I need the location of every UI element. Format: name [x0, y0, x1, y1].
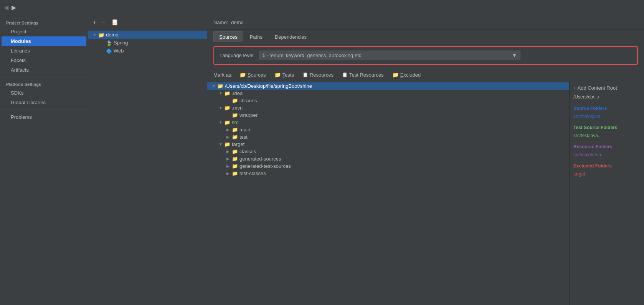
sidebar-item-sdks[interactable]: SDKs	[0, 88, 88, 98]
ftree-label-main: main	[239, 127, 250, 133]
ftree-arrow-classes: ▶	[226, 149, 232, 154]
ftree-label-src: src	[232, 120, 238, 125]
sidebar-item-modules[interactable]: Modules	[2, 36, 86, 46]
tabs-bar: Sources Paths Dependencies	[207, 30, 644, 42]
module-toolbar: + − 📋	[88, 15, 207, 29]
back-arrow[interactable]: ◀	[4, 4, 8, 11]
mark-excluded-label: Excluded	[400, 72, 421, 78]
libraries-folder-icon: 📁	[232, 98, 238, 103]
mark-as-label: Mark as:	[213, 72, 233, 78]
language-level-value: 5 - 'enum' keyword, generics, autoboxing…	[263, 52, 363, 58]
test-source-folder-path: src/test/java...	[573, 133, 640, 139]
mvn-folder-icon: 📁	[224, 105, 230, 111]
ftree-arrow-generated-sources: ▶	[226, 157, 232, 161]
test-source-folder-title: Test Source Folders	[573, 124, 640, 131]
mark-test-resources-label: Test Resources	[349, 72, 384, 78]
tab-paths-label: Paths	[250, 34, 263, 40]
folder-icon-demo: 📁	[98, 32, 104, 38]
ftree-label-classes: classes	[239, 149, 256, 154]
sidebar-item-global-libraries[interactable]: Global Libraries	[0, 98, 88, 107]
ftree-label-libraries: libraries	[239, 98, 257, 103]
idea-folder-icon: 📁	[224, 90, 230, 96]
resources-icon: 📋	[302, 72, 308, 77]
module-tree: ▼ 📁 demo 🍃 Spring 🔷 Web	[88, 29, 207, 305]
source-folder-path: src/main/java	[573, 113, 640, 120]
web-icon: 🔷	[106, 48, 112, 54]
tests-folder-icon: 📁	[274, 72, 281, 78]
sidebar-item-problems[interactable]: Problems	[0, 112, 88, 122]
ftree-arrow-idea: ▼	[219, 91, 224, 95]
add-content-root-button[interactable]: + Add Content Root	[573, 84, 640, 92]
ftree-item-test[interactable]: ▶ 📁 test	[207, 133, 569, 141]
mark-resources-button[interactable]: 📋 Resources	[301, 71, 335, 79]
sidebar-divider	[0, 77, 88, 77]
mark-sources-button[interactable]: 📁 Sources	[238, 71, 268, 79]
mark-test-resources-button[interactable]: 📋 Test Resources	[340, 71, 385, 79]
platform-settings-section: Platform Settings	[0, 80, 88, 88]
remove-module-button[interactable]: −	[100, 18, 107, 26]
mark-tests-label: Tests	[282, 72, 294, 78]
tree-item-spring[interactable]: 🍃 Spring	[88, 39, 207, 47]
mark-resources-label: Resources	[310, 72, 334, 78]
add-module-button[interactable]: +	[91, 18, 98, 26]
ftree-item-test-classes[interactable]: ▶ 📁 test-classes	[207, 170, 569, 177]
wrapper-folder-icon: 📁	[232, 112, 238, 118]
ftree-label-mvn: .mvn	[232, 105, 243, 111]
tab-sources[interactable]: Sources	[213, 31, 243, 42]
tree-label-spring: Spring	[114, 40, 128, 46]
ftree-arrow-root: ▼	[212, 84, 217, 88]
ftree-item-target[interactable]: ▼ 📁 target	[207, 141, 569, 148]
ftree-label-test: test	[239, 134, 248, 140]
tab-dependencies-label: Dependencies	[275, 34, 307, 40]
project-settings-section: Project Settings	[0, 18, 88, 27]
ftree-arrow-test-classes: ▶	[226, 171, 232, 175]
src-folder-icon: 📁	[224, 120, 230, 125]
generated-test-sources-folder-icon: 📁	[232, 163, 238, 169]
ftree-item-wrapper[interactable]: 📁 wrapper	[207, 112, 569, 119]
ftree-item-src[interactable]: ▼ 📁 src	[207, 119, 569, 126]
resource-folder-title: Resource Folders	[573, 143, 640, 150]
ftree-item-main[interactable]: ▶ 📁 main	[207, 126, 569, 133]
sidebar-divider-2	[0, 110, 88, 110]
tree-item-web[interactable]: 🔷 Web	[88, 47, 207, 55]
ftree-arrow-test: ▶	[226, 135, 232, 139]
target-folder-icon: 📁	[224, 141, 230, 147]
path-display: /Users/cb/.../	[573, 93, 640, 100]
ftree-item-generated-sources[interactable]: ▶ 📁 generated-sources	[207, 155, 569, 162]
content-split: ▼ 📁 /Users/cb/Desktop/file/springBoot/sh…	[207, 81, 644, 305]
ftree-arrow-mvn: ▼	[219, 106, 224, 110]
ftree-item-generated-test-sources[interactable]: ▶ 📁 generated-test-sources	[207, 162, 569, 170]
ftree-item-root[interactable]: ▼ 📁 /Users/cb/Desktop/file/springBoot/sh…	[207, 82, 569, 90]
ftree-item-classes[interactable]: ▶ 📁 classes	[207, 148, 569, 155]
tab-paths[interactable]: Paths	[244, 31, 268, 42]
sidebar-item-artifacts[interactable]: Artifacts	[0, 65, 88, 75]
content-panel: Name: demo Sources Paths Dependencies La…	[207, 15, 644, 305]
name-value: demo	[231, 20, 244, 25]
mark-tests-button[interactable]: 📁 Tests	[273, 71, 296, 79]
ftree-label-test-classes: test-classes	[239, 171, 266, 176]
excluded-folder-icon: 📁	[392, 72, 399, 78]
tab-dependencies[interactable]: Dependencies	[269, 31, 312, 42]
classes-folder-icon: 📁	[232, 149, 238, 154]
forward-arrow[interactable]: ▶	[12, 4, 16, 11]
generated-sources-folder-icon: 📁	[232, 156, 238, 162]
main-folder-icon: 📁	[232, 127, 238, 133]
copy-module-button[interactable]: 📋	[109, 18, 120, 26]
right-info-panel: + Add Content Root /Users/cb/.../ Source…	[569, 81, 644, 305]
tree-arrow-demo: ▼	[93, 33, 98, 37]
main-layout: Project Settings Project Modules Librari…	[0, 15, 644, 305]
sidebar-item-facets[interactable]: Facets	[0, 56, 88, 65]
ftree-label-wrapper: wrapper	[239, 112, 258, 118]
dropdown-arrow-icon: ▼	[512, 52, 517, 58]
ftree-item-mvn[interactable]: ▼ 📁 .mvn	[207, 104, 569, 112]
ftree-arrow-main: ▶	[226, 128, 232, 132]
ftree-item-libraries[interactable]: 📁 libraries	[207, 97, 569, 104]
tree-item-demo[interactable]: ▼ 📁 demo	[88, 31, 207, 39]
sidebar-item-libraries[interactable]: Libraries	[0, 46, 88, 56]
sidebar-item-project[interactable]: Project	[0, 27, 88, 36]
name-label: Name:	[213, 20, 228, 25]
mark-excluded-button[interactable]: 📁 Excluded	[391, 71, 422, 79]
language-level-label: Language level:	[220, 52, 255, 58]
language-level-dropdown[interactable]: 5 - 'enum' keyword, generics, autoboxing…	[259, 51, 520, 60]
ftree-item-idea[interactable]: ▼ 📁 .idea	[207, 90, 569, 97]
